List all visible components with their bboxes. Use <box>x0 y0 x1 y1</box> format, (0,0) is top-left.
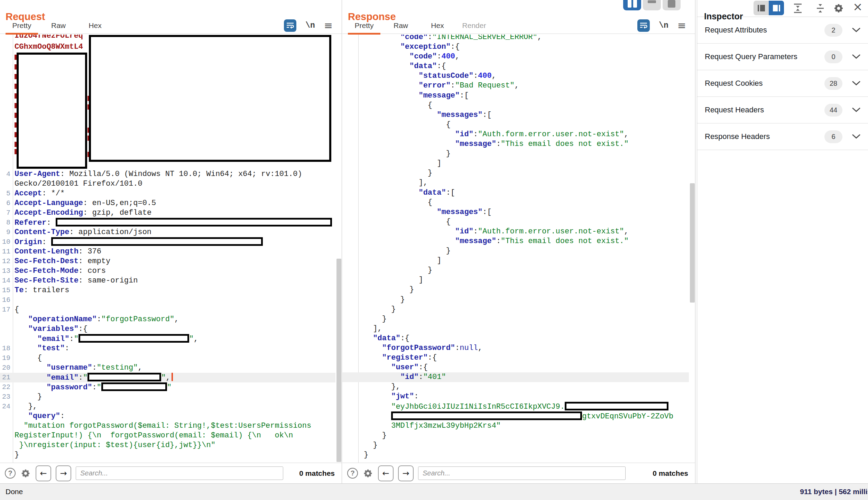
line-number <box>342 110 358 120</box>
code-line: 24 }, <box>0 402 335 411</box>
dock-left-icon[interactable] <box>754 1 769 15</box>
inspector-settings-gear-icon[interactable] <box>833 3 844 14</box>
code-line: 16 <box>0 295 335 305</box>
code-line: "register":{ <box>342 353 689 363</box>
line-number <box>342 402 358 411</box>
line-number: 4 <box>0 169 13 179</box>
line-number <box>342 353 358 363</box>
newline-toggle-icon[interactable]: \n <box>659 21 668 30</box>
code-line: 3MDlfjx3mzwL39ybHp2Krs4" <box>342 421 689 431</box>
code-line: 7Accept-Encoding: gzip, deflate <box>0 208 335 218</box>
response-panel: Response Pretty Raw Hex Render \n ≡ "cod… <box>342 0 695 483</box>
help-icon[interactable]: ? <box>347 468 358 479</box>
newline-toggle-icon[interactable]: \n <box>305 21 315 30</box>
inspector-panel: Inspector × Request Attributes2Request Q… <box>697 0 868 483</box>
code-line: "query": <box>0 411 335 421</box>
code-line: "code":400, <box>342 52 689 62</box>
line-number <box>342 411 358 421</box>
code-line: 4User-Agent: Mozilla/5.0 (Windows NT 10.… <box>0 169 335 179</box>
response-tab-pretty[interactable]: Pretty <box>346 18 382 34</box>
word-wrap-icon[interactable] <box>637 19 650 32</box>
help-icon[interactable]: ? <box>5 468 16 479</box>
line-number <box>0 431 13 441</box>
response-search-matches: 0 matches <box>653 469 690 478</box>
inspector-section-request-cookies[interactable]: Request Cookies28 <box>697 70 868 97</box>
line-number: 9 <box>0 228 13 237</box>
code-line: RegisterInput!) {\n forgotPassword(email… <box>0 431 335 441</box>
count-badge: 6 <box>824 130 842 143</box>
request-search-input[interactable] <box>76 466 283 480</box>
layout-toggle-group <box>623 0 681 10</box>
chevron-down-icon[interactable] <box>852 28 860 33</box>
line-number: 8 <box>0 218 13 228</box>
layout-single-button[interactable] <box>663 0 681 10</box>
request-tab-pretty[interactable]: Pretty <box>3 18 40 34</box>
search-settings-gear-icon[interactable] <box>362 468 373 479</box>
chevron-down-icon[interactable] <box>852 54 860 59</box>
search-prev-button[interactable]: ← <box>36 465 51 481</box>
code-line: "eyJhbGci0iJIUzI1NiIsInR5cCI6IkpXVCJ9. <box>342 402 689 411</box>
search-settings-gear-icon[interactable] <box>20 468 31 479</box>
request-tab-raw[interactable]: Raw <box>40 18 77 34</box>
chevron-down-icon[interactable] <box>852 81 860 86</box>
close-icon[interactable]: × <box>853 1 863 12</box>
layout-columns-button[interactable] <box>623 0 641 10</box>
request-tab-hex[interactable]: Hex <box>77 18 113 34</box>
search-prev-button[interactable]: ← <box>378 465 394 481</box>
response-search-input[interactable] <box>418 466 626 480</box>
collapse-all-icon[interactable] <box>793 3 803 14</box>
code-line: "messages":[ <box>342 110 689 120</box>
line-number <box>342 207 358 217</box>
response-tab-hex[interactable]: Hex <box>419 18 456 34</box>
code-line: "code":"INTERNAL_SERVER_ERROR", <box>342 35 689 42</box>
inspector-section-request-attributes[interactable]: Request Attributes2 <box>697 17 868 44</box>
editor-menu-icon[interactable]: ≡ <box>324 20 333 31</box>
line-number <box>0 421 13 431</box>
inspector-section-response-headers[interactable]: Response Headers6 <box>697 123 868 150</box>
code-line: 17{ <box>0 305 335 315</box>
word-wrap-icon[interactable] <box>284 19 296 32</box>
layout-rows-button[interactable] <box>643 0 661 10</box>
line-number <box>342 71 358 81</box>
redacted-box <box>79 334 189 343</box>
line-number <box>0 179 13 189</box>
code-line: } <box>342 305 689 314</box>
code-line: 11Content-Length: 376 <box>0 247 335 257</box>
code-line: } <box>342 149 689 159</box>
line-number <box>0 324 13 334</box>
line-number: 18 <box>0 344 13 353</box>
search-next-button[interactable]: → <box>398 465 414 481</box>
editor-menu-icon[interactable]: ≡ <box>677 20 686 31</box>
line-number: 20 <box>0 363 13 373</box>
code-line: 13Sec-Fetch-Mode: cors <box>0 266 335 276</box>
code-line: ], <box>342 324 689 334</box>
code-line: } <box>342 246 689 256</box>
line-number <box>342 431 358 441</box>
response-tab-render[interactable]: Render <box>456 18 492 34</box>
code-line: { <box>342 101 689 110</box>
request-editor-icons: \n ≡ <box>284 19 333 32</box>
search-next-button[interactable]: → <box>56 465 71 481</box>
code-line: 10Origin: <box>0 237 335 247</box>
code-line: } <box>342 295 689 305</box>
request-editor[interactable]: IuzO4fNezFOLreq CGhxmOoQ8WXmtL4 4User-Ag… <box>0 35 342 463</box>
request-panel: Request Pretty Raw Hex \n ≡ IuzO4fNezFOL… <box>0 0 342 483</box>
code-line: gtxvDEqnSVuPbY-2ZoVb <box>342 411 689 421</box>
response-tab-raw[interactable]: Raw <box>382 18 419 34</box>
inspector-section-request-query-parameters[interactable]: Request Query Parameters0 <box>697 44 868 70</box>
line-number: 6 <box>0 198 13 208</box>
response-editor[interactable]: "code":"INTERNAL_SERVER_ERROR", "excepti… <box>342 35 695 463</box>
code-line-selected: "id":"401" <box>342 372 689 382</box>
expand-all-icon[interactable] <box>816 3 825 14</box>
chevron-down-icon[interactable] <box>852 134 860 139</box>
dock-right-icon[interactable] <box>769 1 784 15</box>
code-line: } <box>342 431 689 441</box>
line-number: 17 <box>0 305 13 315</box>
inspector-section-request-headers[interactable]: Request Headers44 <box>697 97 868 123</box>
request-scrollbar-thumb[interactable] <box>336 259 341 462</box>
line-number: 23 <box>0 392 13 402</box>
chevron-down-icon[interactable] <box>852 108 860 112</box>
response-scrollbar-thumb[interactable] <box>690 183 695 303</box>
code-line: "email":"", <box>0 334 335 344</box>
line-number <box>342 421 358 431</box>
